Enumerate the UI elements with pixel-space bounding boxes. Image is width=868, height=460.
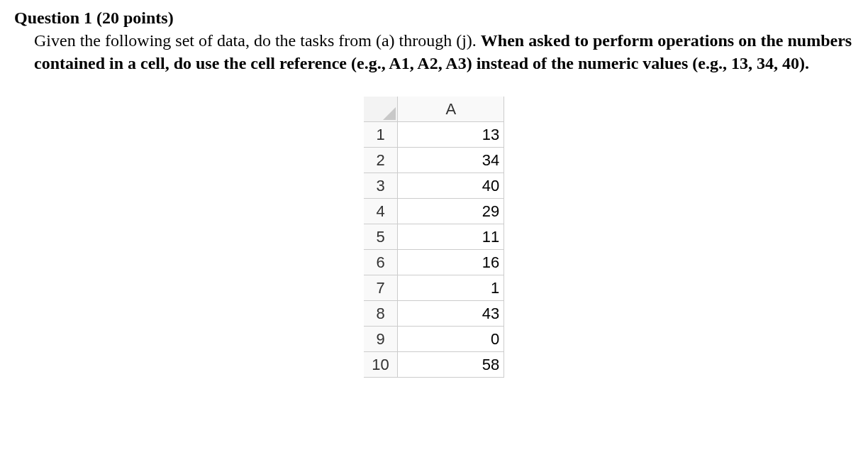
cell-a5: 11 <box>398 224 504 250</box>
table-row: 7 1 <box>364 275 504 301</box>
cell-a8: 43 <box>398 301 504 327</box>
row-header: 1 <box>364 122 398 148</box>
table-row: 6 16 <box>364 250 504 275</box>
svg-marker-0 <box>383 107 396 120</box>
question-body: Given the following set of data, do the … <box>14 29 854 75</box>
table-row: 2 34 <box>364 148 504 173</box>
cell-a4: 29 <box>398 199 504 224</box>
table-row: 3 40 <box>364 173 504 199</box>
question-title: Question 1 (20 points) <box>14 9 854 28</box>
cell-a7: 1 <box>398 275 504 301</box>
select-all-corner <box>364 97 398 122</box>
table-row: 9 0 <box>364 327 504 352</box>
question-intro-text: Given the following set of data, do the … <box>34 31 481 50</box>
row-header: 3 <box>364 173 398 199</box>
corner-triangle-icon <box>383 107 396 120</box>
row-header: 9 <box>364 327 398 352</box>
row-header: 7 <box>364 275 398 301</box>
cell-a3: 40 <box>398 173 504 199</box>
row-header: 5 <box>364 224 398 250</box>
table-row: 8 43 <box>364 301 504 327</box>
cell-a9: 0 <box>398 327 504 352</box>
cell-a10: 58 <box>398 352 504 378</box>
cell-a2: 34 <box>398 148 504 173</box>
table-row: 10 58 <box>364 352 504 378</box>
table-row: 1 13 <box>364 122 504 148</box>
column-header-a: A <box>398 97 504 122</box>
cell-a6: 16 <box>398 250 504 275</box>
table-row: 4 29 <box>364 199 504 224</box>
data-table: A 1 13 2 34 3 40 4 29 5 11 6 16 7 1 <box>364 97 505 378</box>
row-header: 10 <box>364 352 398 378</box>
row-header: 6 <box>364 250 398 275</box>
table-row: 5 11 <box>364 224 504 250</box>
cell-a1: 13 <box>398 122 504 148</box>
row-header: 2 <box>364 148 398 173</box>
row-header: 8 <box>364 301 398 327</box>
row-header: 4 <box>364 199 398 224</box>
